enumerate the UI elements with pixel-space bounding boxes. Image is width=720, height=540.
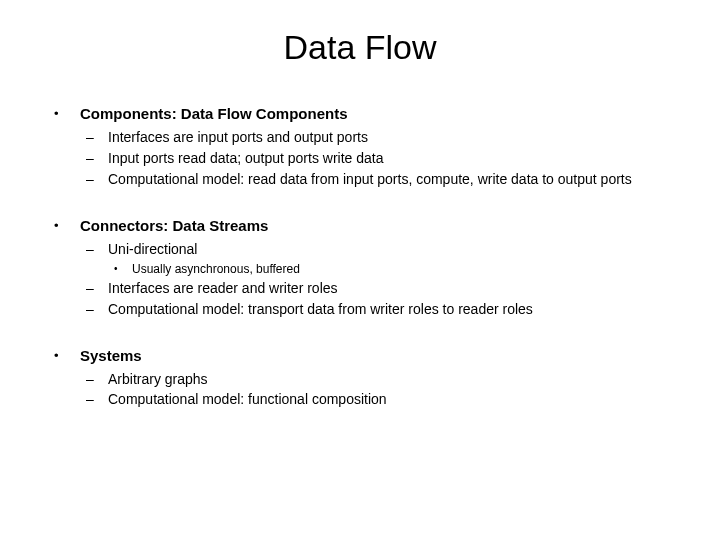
bullet-list-lvl1: Components: Data Flow Components Interfa… [50, 105, 680, 409]
item-text: Computational model: transport data from… [108, 301, 533, 317]
section-systems: Systems Arbitrary graphs Computational m… [50, 347, 680, 410]
bullet-list-lvl2: Uni-directional Usually asynchronous, bu… [80, 240, 680, 319]
section-heading: Connectors: Data Streams [80, 217, 268, 234]
section-heading: Components: Data Flow Components [80, 105, 348, 122]
slide-content: Components: Data Flow Components Interfa… [0, 105, 720, 409]
list-item: Computational model: functional composit… [80, 390, 680, 409]
bullet-list-lvl2: Arbitrary graphs Computational model: fu… [80, 370, 680, 410]
item-text: Input ports read data; output ports writ… [108, 150, 384, 166]
list-item: Arbitrary graphs [80, 370, 680, 389]
list-item: Uni-directional Usually asynchronous, bu… [80, 240, 680, 277]
slide: Data Flow Components: Data Flow Componen… [0, 0, 720, 540]
section-heading: Systems [80, 347, 142, 364]
list-item: Computational model: transport data from… [80, 300, 680, 319]
list-item: Computational model: read data from inpu… [80, 170, 680, 189]
list-item: Interfaces are reader and writer roles [80, 279, 680, 298]
item-text: Computational model: functional composit… [108, 391, 387, 407]
item-text: Computational model: read data from inpu… [108, 171, 632, 187]
item-text: Usually asynchronous, buffered [132, 262, 300, 276]
item-text: Interfaces are input ports and output po… [108, 129, 368, 145]
item-text: Uni-directional [108, 241, 197, 257]
section-connectors: Connectors: Data Streams Uni-directional… [50, 217, 680, 319]
section-components: Components: Data Flow Components Interfa… [50, 105, 680, 189]
bullet-list-lvl2: Interfaces are input ports and output po… [80, 128, 680, 189]
list-item: Input ports read data; output ports writ… [80, 149, 680, 168]
list-item: Usually asynchronous, buffered [108, 261, 680, 277]
bullet-list-lvl3: Usually asynchronous, buffered [108, 261, 680, 277]
list-item: Interfaces are input ports and output po… [80, 128, 680, 147]
item-text: Arbitrary graphs [108, 371, 208, 387]
item-text: Interfaces are reader and writer roles [108, 280, 338, 296]
slide-title: Data Flow [0, 0, 720, 105]
